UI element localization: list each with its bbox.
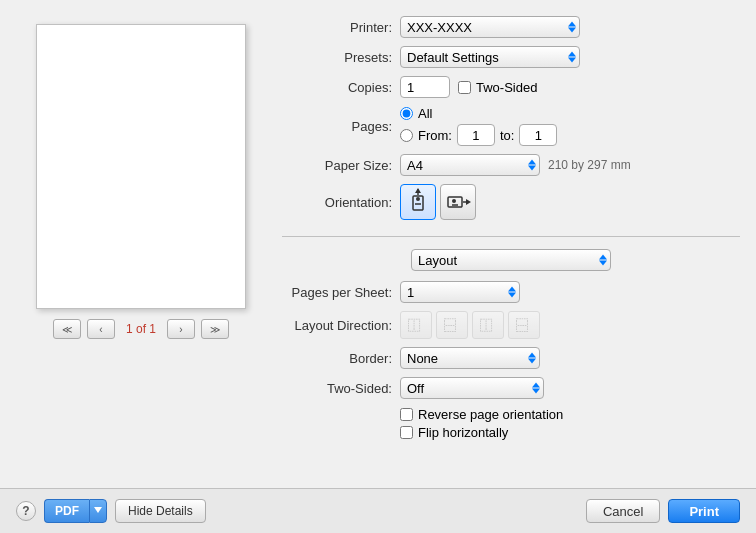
svg-marker-14 xyxy=(94,507,102,513)
svg-marker-2 xyxy=(415,188,421,193)
pages-to-input[interactable] xyxy=(519,124,557,146)
last-page-button[interactable]: ≫ xyxy=(201,319,229,339)
layout-dir-btn-3: ⿰ xyxy=(472,311,504,339)
layout-direction-label: Layout Direction: xyxy=(282,318,392,333)
pages-label: Pages: xyxy=(282,119,392,134)
pages-per-sheet-wrapper: 1246916 xyxy=(400,281,520,303)
cancel-button[interactable]: Cancel xyxy=(586,499,660,523)
reverse-page-checkbox[interactable] xyxy=(400,408,413,421)
divider-1 xyxy=(282,236,740,237)
orientation-label: Orientation: xyxy=(282,195,392,210)
printer-row: Printer: XXX-XXXX xyxy=(282,16,740,38)
layout-dir-btn-1: ⿰ xyxy=(400,311,432,339)
svg-point-3 xyxy=(416,197,420,201)
pdf-dropdown-button[interactable] xyxy=(89,499,107,523)
svg-text:⿱: ⿱ xyxy=(516,318,529,333)
page-preview xyxy=(36,24,246,309)
border-select[interactable]: NoneSingle HairlineSingle Thin LineDoubl… xyxy=(400,347,540,369)
pages-per-sheet-label: Pages per Sheet: xyxy=(282,285,392,300)
copies-row: Copies: Two-Sided xyxy=(282,76,740,98)
two-sided-layout-row: Two-Sided: OffLong-Edge bindingShort-Edg… xyxy=(282,377,740,399)
orientation-buttons xyxy=(400,184,476,220)
hide-details-button[interactable]: Hide Details xyxy=(115,499,206,523)
svg-marker-7 xyxy=(466,199,471,205)
two-sided-layout-wrapper: OffLong-Edge bindingShort-Edge binding xyxy=(400,377,544,399)
svg-point-8 xyxy=(452,199,456,203)
svg-text:⿱: ⿱ xyxy=(444,318,457,333)
printer-label: Printer: xyxy=(282,20,392,35)
preview-panel: ≪ ‹ 1 of 1 › ≫ xyxy=(16,16,266,472)
bottom-bar: ? PDF Hide Details Cancel Print xyxy=(0,488,756,533)
copies-label: Copies: xyxy=(282,80,392,95)
pages-from-row: From: to: xyxy=(400,124,557,146)
page-indicator: 1 of 1 xyxy=(121,322,161,336)
presets-row: Presets: Default SettingsLast Used Setti… xyxy=(282,46,740,68)
pages-all-radio[interactable] xyxy=(400,107,413,120)
first-page-button[interactable]: ≪ xyxy=(53,319,81,339)
layout-direction-row: Layout Direction: ⿰ ⿱ ⿰ ⿱ xyxy=(282,311,740,339)
layout-dir-btn-4: ⿱ xyxy=(508,311,540,339)
pages-radio-group: All From: to: xyxy=(400,106,557,146)
pages-all-radio-label[interactable]: All xyxy=(400,106,557,121)
flip-horizontal-text: Flip horizontally xyxy=(418,425,508,440)
two-sided-checkbox-label[interactable]: Two-Sided xyxy=(458,80,537,95)
reverse-page-text: Reverse page orientation xyxy=(418,407,563,422)
pdf-button[interactable]: PDF xyxy=(44,499,89,523)
svg-text:⿰: ⿰ xyxy=(480,318,493,333)
section-dropdown: Layout xyxy=(282,249,740,271)
pages-from-radio-label[interactable]: From: xyxy=(400,128,452,143)
printer-select-wrapper: XXX-XXXX xyxy=(400,16,580,38)
portrait-button[interactable] xyxy=(400,184,436,220)
layout-section-wrapper: Layout xyxy=(411,249,611,271)
two-sided-label: Two-Sided xyxy=(476,80,537,95)
pages-to-label: to: xyxy=(500,128,514,143)
flip-horizontal-label[interactable]: Flip horizontally xyxy=(400,425,740,440)
svg-text:⿰: ⿰ xyxy=(408,318,421,333)
border-label: Border: xyxy=(282,351,392,366)
settings-panel: Printer: XXX-XXXX Presets: Default Setti… xyxy=(282,16,740,472)
presets-select-wrapper: Default SettingsLast Used Settings xyxy=(400,46,580,68)
two-sided-checkbox[interactable] xyxy=(458,81,471,94)
paper-size-select-wrapper: A4 xyxy=(400,154,540,176)
landscape-button[interactable] xyxy=(440,184,476,220)
two-sided-layout-label: Two-Sided: xyxy=(282,381,392,396)
print-button[interactable]: Print xyxy=(668,499,740,523)
paper-size-dimensions: 210 by 297 mm xyxy=(548,158,631,172)
paper-size-select[interactable]: A4 xyxy=(400,154,540,176)
paper-size-label: Paper Size: xyxy=(282,158,392,173)
printer-select[interactable]: XXX-XXXX xyxy=(400,16,580,38)
pages-per-sheet-row: Pages per Sheet: 1246916 xyxy=(282,281,740,303)
presets-label: Presets: xyxy=(282,50,392,65)
paper-size-row: Paper Size: A4 210 by 297 mm xyxy=(282,154,740,176)
pages-all-label: All xyxy=(418,106,432,121)
help-button[interactable]: ? xyxy=(16,501,36,521)
print-dialog: ≪ ‹ 1 of 1 › ≫ Printer: XXX-XXXX xyxy=(0,0,756,533)
pages-from-radio[interactable] xyxy=(400,129,413,142)
pages-per-sheet-select[interactable]: 1246916 xyxy=(400,281,520,303)
presets-select[interactable]: Default SettingsLast Used Settings xyxy=(400,46,580,68)
next-page-button[interactable]: › xyxy=(167,319,195,339)
pdf-button-group: PDF xyxy=(44,499,107,523)
flip-horizontal-checkbox[interactable] xyxy=(400,426,413,439)
two-sided-layout-select[interactable]: OffLong-Edge bindingShort-Edge binding xyxy=(400,377,544,399)
border-row: Border: NoneSingle HairlineSingle Thin L… xyxy=(282,347,740,369)
reverse-page-label[interactable]: Reverse page orientation xyxy=(400,407,740,422)
layout-dir-btn-2: ⿱ xyxy=(436,311,468,339)
border-select-wrapper: NoneSingle HairlineSingle Thin LineDoubl… xyxy=(400,347,540,369)
checkboxes-group: Reverse page orientation Flip horizontal… xyxy=(400,407,740,440)
orientation-row: Orientation: xyxy=(282,184,740,220)
pages-from-input[interactable] xyxy=(457,124,495,146)
prev-page-button[interactable]: ‹ xyxy=(87,319,115,339)
pages-row: Pages: All From: to: xyxy=(282,106,740,146)
pages-from-label: From: xyxy=(418,128,452,143)
layout-section-select[interactable]: Layout xyxy=(411,249,611,271)
copies-input[interactable] xyxy=(400,76,450,98)
layout-direction-buttons: ⿰ ⿱ ⿰ ⿱ xyxy=(400,311,540,339)
